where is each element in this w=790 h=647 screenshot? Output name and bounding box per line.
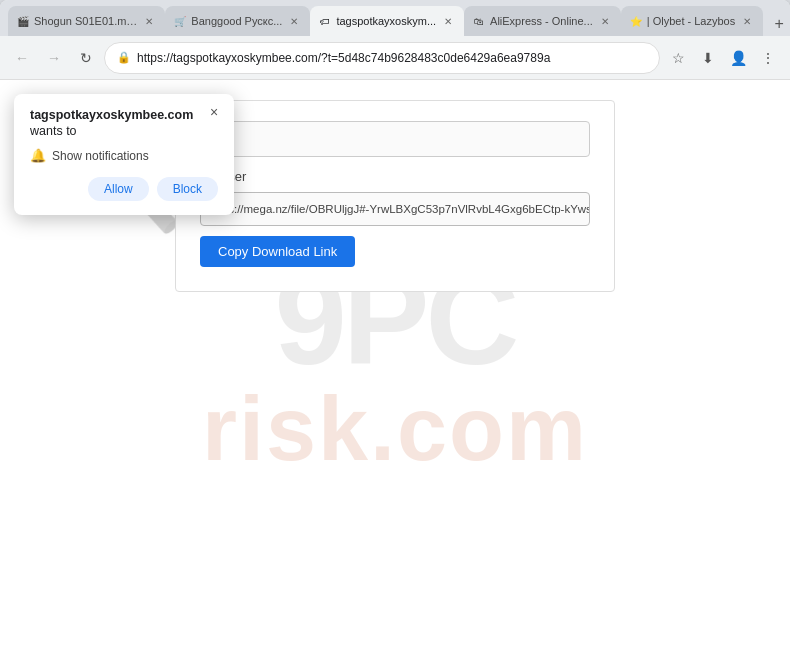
tab-olybet[interactable]: ⭐ | Olybet - Lazybos ✕ bbox=[621, 6, 763, 36]
text-input[interactable]: y... bbox=[200, 121, 590, 157]
tab-banggood[interactable]: 🛒 Banggood Рускс... ✕ bbox=[165, 6, 310, 36]
bell-icon: 🔔 bbox=[30, 148, 46, 163]
title-bar: 🎬 Shogun S01E01.m… ✕ 🛒 Banggood Рускс...… bbox=[0, 0, 790, 36]
tab-close-5[interactable]: ✕ bbox=[739, 13, 755, 29]
download-button[interactable]: ⬇ bbox=[694, 44, 722, 72]
block-button[interactable]: Block bbox=[157, 177, 218, 201]
tab-favicon-4: 🛍 bbox=[472, 14, 486, 28]
input-row: y... bbox=[200, 121, 590, 157]
toolbar: ← → ↻ 🔒 https://tagspotkayxoskymbee.com/… bbox=[0, 36, 790, 80]
new-tab-button[interactable]: + bbox=[767, 12, 790, 36]
browser-window: 🎬 Shogun S01E01.m… ✕ 🛒 Banggood Рускс...… bbox=[0, 0, 790, 647]
bookmark-button[interactable]: ☆ bbox=[664, 44, 692, 72]
tab-favicon-5: ⭐ bbox=[629, 14, 643, 28]
tab-favicon-2: 🛒 bbox=[173, 14, 187, 28]
page-content: 🔍 9PC risk.com y... browser https://mega… bbox=[0, 80, 790, 647]
toolbar-actions: ☆ ⬇ 👤 ⋮ bbox=[664, 44, 782, 72]
tab-close-1[interactable]: ✕ bbox=[141, 13, 157, 29]
notification-popup: × tagspotkayxoskymbee.com wants to 🔔 Sho… bbox=[14, 94, 234, 215]
tab-title-5: | Olybet - Lazybos bbox=[647, 15, 735, 27]
tab-title-2: Banggood Рускс... bbox=[191, 15, 282, 27]
tab-title-4: AliExpress - Online... bbox=[490, 15, 593, 27]
address-bar[interactable]: 🔒 https://tagspotkayxoskymbee.com/?t=5d4… bbox=[104, 42, 660, 74]
address-text: https://tagspotkayxoskymbee.com/?t=5d48c… bbox=[137, 51, 647, 65]
menu-button[interactable]: ⋮ bbox=[754, 44, 782, 72]
tab-title-3: tagspotkayxoskym... bbox=[336, 15, 436, 27]
download-link-text: https://mega.nz/file/OBRUljgJ#-YrwLBXgC5… bbox=[209, 203, 590, 215]
permission-label: Show notifications bbox=[52, 149, 149, 163]
tab-tagspot[interactable]: 🏷 tagspotkayxoskym... ✕ bbox=[310, 6, 464, 36]
popup-permission-row: 🔔 Show notifications bbox=[30, 148, 218, 163]
copy-download-button[interactable]: Copy Download Link bbox=[200, 236, 355, 267]
download-link-box[interactable]: https://mega.nz/file/OBRUljgJ#-YrwLBXgC5… bbox=[200, 192, 590, 226]
tab-close-2[interactable]: ✕ bbox=[286, 13, 302, 29]
popup-domain: tagspotkayxoskymbee.com bbox=[30, 108, 218, 122]
tab-favicon-1: 🎬 bbox=[16, 14, 30, 28]
popup-buttons: Allow Block bbox=[30, 177, 218, 201]
tab-close-4[interactable]: ✕ bbox=[597, 13, 613, 29]
forward-button[interactable]: → bbox=[40, 44, 68, 72]
back-button[interactable]: ← bbox=[8, 44, 36, 72]
tab-title-1: Shogun S01E01.m… bbox=[34, 15, 137, 27]
allow-button[interactable]: Allow bbox=[88, 177, 149, 201]
content-box: y... browser https://mega.nz/file/OBRUlj… bbox=[175, 100, 615, 292]
tab-shogun[interactable]: 🎬 Shogun S01E01.m… ✕ bbox=[8, 6, 165, 36]
tab-aliexpress[interactable]: 🛍 AliExpress - Online... ✕ bbox=[464, 6, 621, 36]
tab-close-3[interactable]: ✕ bbox=[440, 13, 456, 29]
tabs-area: 🎬 Shogun S01E01.m… ✕ 🛒 Banggood Рускс...… bbox=[8, 0, 790, 36]
browser-label: browser bbox=[200, 169, 590, 184]
popup-wants: wants to bbox=[30, 124, 218, 138]
popup-close-button[interactable]: × bbox=[204, 102, 224, 122]
refresh-button[interactable]: ↻ bbox=[72, 44, 100, 72]
profile-button[interactable]: 👤 bbox=[724, 44, 752, 72]
tab-favicon-3: 🏷 bbox=[318, 14, 332, 28]
lock-icon: 🔒 bbox=[117, 51, 131, 64]
